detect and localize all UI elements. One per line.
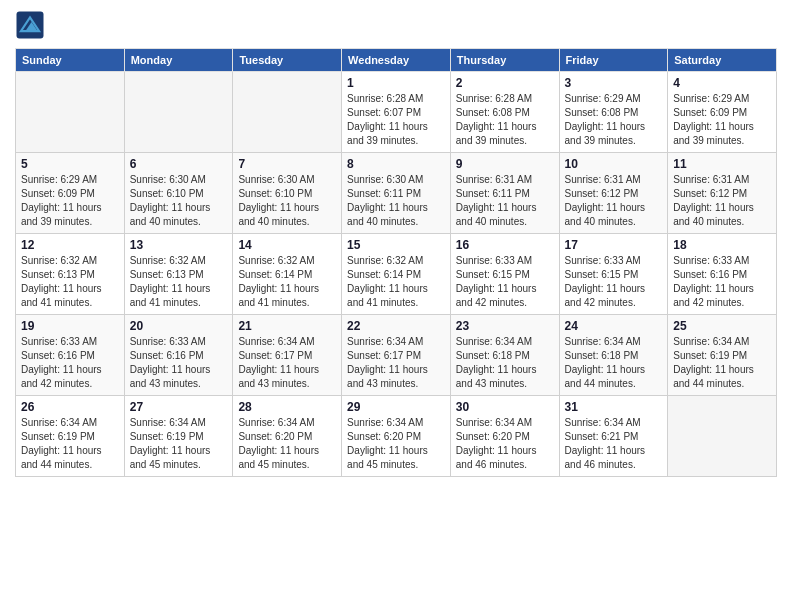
day-number: 10 — [565, 157, 663, 171]
day-number: 7 — [238, 157, 336, 171]
day-info: Sunrise: 6:32 AM Sunset: 6:14 PM Dayligh… — [238, 254, 336, 310]
calendar-cell: 17Sunrise: 6:33 AM Sunset: 6:15 PM Dayli… — [559, 234, 668, 315]
logo — [15, 10, 49, 40]
calendar-cell: 9Sunrise: 6:31 AM Sunset: 6:11 PM Daylig… — [450, 153, 559, 234]
day-info: Sunrise: 6:34 AM Sunset: 6:20 PM Dayligh… — [456, 416, 554, 472]
day-info: Sunrise: 6:34 AM Sunset: 6:20 PM Dayligh… — [238, 416, 336, 472]
calendar-cell: 31Sunrise: 6:34 AM Sunset: 6:21 PM Dayli… — [559, 396, 668, 477]
day-number: 9 — [456, 157, 554, 171]
calendar-week-row: 1Sunrise: 6:28 AM Sunset: 6:07 PM Daylig… — [16, 72, 777, 153]
header — [15, 10, 777, 40]
day-number: 25 — [673, 319, 771, 333]
day-info: Sunrise: 6:28 AM Sunset: 6:08 PM Dayligh… — [456, 92, 554, 148]
day-info: Sunrise: 6:29 AM Sunset: 6:09 PM Dayligh… — [673, 92, 771, 148]
day-number: 11 — [673, 157, 771, 171]
weekday-header-saturday: Saturday — [668, 49, 777, 72]
calendar-cell: 26Sunrise: 6:34 AM Sunset: 6:19 PM Dayli… — [16, 396, 125, 477]
day-info: Sunrise: 6:31 AM Sunset: 6:12 PM Dayligh… — [565, 173, 663, 229]
day-info: Sunrise: 6:34 AM Sunset: 6:18 PM Dayligh… — [565, 335, 663, 391]
calendar-cell: 24Sunrise: 6:34 AM Sunset: 6:18 PM Dayli… — [559, 315, 668, 396]
calendar-cell: 22Sunrise: 6:34 AM Sunset: 6:17 PM Dayli… — [342, 315, 451, 396]
day-info: Sunrise: 6:31 AM Sunset: 6:11 PM Dayligh… — [456, 173, 554, 229]
calendar-cell: 21Sunrise: 6:34 AM Sunset: 6:17 PM Dayli… — [233, 315, 342, 396]
calendar-cell — [233, 72, 342, 153]
calendar-table: SundayMondayTuesdayWednesdayThursdayFrid… — [15, 48, 777, 477]
day-number: 31 — [565, 400, 663, 414]
weekday-header-thursday: Thursday — [450, 49, 559, 72]
day-info: Sunrise: 6:30 AM Sunset: 6:10 PM Dayligh… — [238, 173, 336, 229]
day-info: Sunrise: 6:34 AM Sunset: 6:17 PM Dayligh… — [347, 335, 445, 391]
calendar-cell: 2Sunrise: 6:28 AM Sunset: 6:08 PM Daylig… — [450, 72, 559, 153]
day-info: Sunrise: 6:34 AM Sunset: 6:17 PM Dayligh… — [238, 335, 336, 391]
day-number: 30 — [456, 400, 554, 414]
calendar-cell: 29Sunrise: 6:34 AM Sunset: 6:20 PM Dayli… — [342, 396, 451, 477]
day-number: 17 — [565, 238, 663, 252]
calendar-cell: 16Sunrise: 6:33 AM Sunset: 6:15 PM Dayli… — [450, 234, 559, 315]
calendar-cell: 30Sunrise: 6:34 AM Sunset: 6:20 PM Dayli… — [450, 396, 559, 477]
calendar-cell: 10Sunrise: 6:31 AM Sunset: 6:12 PM Dayli… — [559, 153, 668, 234]
day-info: Sunrise: 6:33 AM Sunset: 6:16 PM Dayligh… — [21, 335, 119, 391]
calendar-cell: 4Sunrise: 6:29 AM Sunset: 6:09 PM Daylig… — [668, 72, 777, 153]
day-number: 27 — [130, 400, 228, 414]
logo-icon — [15, 10, 45, 40]
calendar-cell: 27Sunrise: 6:34 AM Sunset: 6:19 PM Dayli… — [124, 396, 233, 477]
day-number: 3 — [565, 76, 663, 90]
weekday-header-tuesday: Tuesday — [233, 49, 342, 72]
weekday-header-monday: Monday — [124, 49, 233, 72]
day-info: Sunrise: 6:33 AM Sunset: 6:15 PM Dayligh… — [456, 254, 554, 310]
day-number: 4 — [673, 76, 771, 90]
day-info: Sunrise: 6:32 AM Sunset: 6:14 PM Dayligh… — [347, 254, 445, 310]
calendar-cell — [124, 72, 233, 153]
day-number: 2 — [456, 76, 554, 90]
day-number: 16 — [456, 238, 554, 252]
calendar-cell: 14Sunrise: 6:32 AM Sunset: 6:14 PM Dayli… — [233, 234, 342, 315]
day-info: Sunrise: 6:30 AM Sunset: 6:11 PM Dayligh… — [347, 173, 445, 229]
day-number: 8 — [347, 157, 445, 171]
day-info: Sunrise: 6:33 AM Sunset: 6:16 PM Dayligh… — [673, 254, 771, 310]
day-info: Sunrise: 6:34 AM Sunset: 6:21 PM Dayligh… — [565, 416, 663, 472]
weekday-header-friday: Friday — [559, 49, 668, 72]
day-number: 12 — [21, 238, 119, 252]
day-number: 21 — [238, 319, 336, 333]
day-number: 13 — [130, 238, 228, 252]
day-info: Sunrise: 6:33 AM Sunset: 6:16 PM Dayligh… — [130, 335, 228, 391]
day-info: Sunrise: 6:34 AM Sunset: 6:19 PM Dayligh… — [130, 416, 228, 472]
day-number: 15 — [347, 238, 445, 252]
day-info: Sunrise: 6:32 AM Sunset: 6:13 PM Dayligh… — [21, 254, 119, 310]
calendar-cell: 7Sunrise: 6:30 AM Sunset: 6:10 PM Daylig… — [233, 153, 342, 234]
day-info: Sunrise: 6:33 AM Sunset: 6:15 PM Dayligh… — [565, 254, 663, 310]
day-info: Sunrise: 6:32 AM Sunset: 6:13 PM Dayligh… — [130, 254, 228, 310]
day-number: 1 — [347, 76, 445, 90]
day-info: Sunrise: 6:29 AM Sunset: 6:08 PM Dayligh… — [565, 92, 663, 148]
calendar-cell: 13Sunrise: 6:32 AM Sunset: 6:13 PM Dayli… — [124, 234, 233, 315]
calendar-cell: 15Sunrise: 6:32 AM Sunset: 6:14 PM Dayli… — [342, 234, 451, 315]
day-info: Sunrise: 6:34 AM Sunset: 6:18 PM Dayligh… — [456, 335, 554, 391]
calendar-cell: 11Sunrise: 6:31 AM Sunset: 6:12 PM Dayli… — [668, 153, 777, 234]
calendar-cell — [668, 396, 777, 477]
calendar-cell: 23Sunrise: 6:34 AM Sunset: 6:18 PM Dayli… — [450, 315, 559, 396]
weekday-header-sunday: Sunday — [16, 49, 125, 72]
calendar-cell: 5Sunrise: 6:29 AM Sunset: 6:09 PM Daylig… — [16, 153, 125, 234]
day-number: 26 — [21, 400, 119, 414]
calendar-week-row: 5Sunrise: 6:29 AM Sunset: 6:09 PM Daylig… — [16, 153, 777, 234]
calendar-cell: 12Sunrise: 6:32 AM Sunset: 6:13 PM Dayli… — [16, 234, 125, 315]
day-number: 28 — [238, 400, 336, 414]
day-number: 5 — [21, 157, 119, 171]
calendar-week-row: 26Sunrise: 6:34 AM Sunset: 6:19 PM Dayli… — [16, 396, 777, 477]
calendar-cell — [16, 72, 125, 153]
calendar-week-row: 12Sunrise: 6:32 AM Sunset: 6:13 PM Dayli… — [16, 234, 777, 315]
weekday-header-wednesday: Wednesday — [342, 49, 451, 72]
day-number: 29 — [347, 400, 445, 414]
page-container: SundayMondayTuesdayWednesdayThursdayFrid… — [0, 0, 792, 487]
day-info: Sunrise: 6:34 AM Sunset: 6:20 PM Dayligh… — [347, 416, 445, 472]
day-info: Sunrise: 6:30 AM Sunset: 6:10 PM Dayligh… — [130, 173, 228, 229]
calendar-cell: 1Sunrise: 6:28 AM Sunset: 6:07 PM Daylig… — [342, 72, 451, 153]
calendar-cell: 28Sunrise: 6:34 AM Sunset: 6:20 PM Dayli… — [233, 396, 342, 477]
day-info: Sunrise: 6:28 AM Sunset: 6:07 PM Dayligh… — [347, 92, 445, 148]
day-info: Sunrise: 6:31 AM Sunset: 6:12 PM Dayligh… — [673, 173, 771, 229]
day-number: 22 — [347, 319, 445, 333]
day-number: 14 — [238, 238, 336, 252]
calendar-cell: 6Sunrise: 6:30 AM Sunset: 6:10 PM Daylig… — [124, 153, 233, 234]
day-number: 6 — [130, 157, 228, 171]
calendar-week-row: 19Sunrise: 6:33 AM Sunset: 6:16 PM Dayli… — [16, 315, 777, 396]
